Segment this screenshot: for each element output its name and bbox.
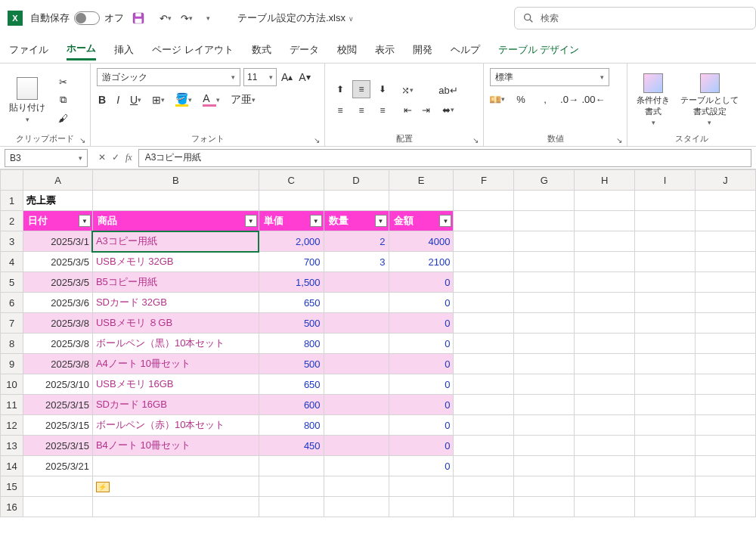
cell[interactable] xyxy=(575,313,635,334)
cell-qty[interactable]: 3 xyxy=(324,252,389,272)
fx-icon[interactable]: fx xyxy=(125,152,132,163)
search-box[interactable]: 検索 xyxy=(514,7,756,29)
filter-dropdown-icon[interactable]: ▼ xyxy=(310,215,322,227)
cell-qty[interactable] xyxy=(324,395,389,415)
cell[interactable] xyxy=(635,272,696,293)
cell-date[interactable]: 2025/3/15 xyxy=(23,436,92,456)
increase-decimal-icon[interactable]: .0→ xyxy=(562,92,576,106)
cell[interactable] xyxy=(259,497,324,517)
number-format-select[interactable]: 標準▾ xyxy=(490,68,609,86)
cell[interactable] xyxy=(696,374,756,395)
cell[interactable] xyxy=(259,191,324,211)
cell-qty[interactable] xyxy=(324,456,389,476)
cell[interactable] xyxy=(575,476,635,497)
cell-qty[interactable] xyxy=(324,313,389,334)
cell[interactable] xyxy=(696,313,756,334)
cell[interactable] xyxy=(454,456,514,476)
col-header-C[interactable]: C xyxy=(259,170,324,191)
cell[interactable] xyxy=(635,436,696,456)
cell[interactable] xyxy=(696,252,756,272)
cell[interactable] xyxy=(696,395,756,415)
dialog-launcher-icon[interactable]: ↘ xyxy=(616,136,622,144)
cell[interactable] xyxy=(575,354,635,374)
row-header-15[interactable]: 15 xyxy=(1,476,23,497)
underline-button[interactable]: U▾ xyxy=(129,92,143,107)
font-size-select[interactable]: 11▾ xyxy=(243,68,277,86)
cell[interactable] xyxy=(696,272,756,293)
cell[interactable] xyxy=(575,293,635,313)
row-header-7[interactable]: 7 xyxy=(1,313,23,334)
cell[interactable] xyxy=(454,334,514,354)
cell-date[interactable]: 2025/3/8 xyxy=(23,334,92,354)
cell[interactable] xyxy=(514,415,575,436)
cell[interactable] xyxy=(575,395,635,415)
col-header-A[interactable]: A xyxy=(23,170,92,191)
row-header-12[interactable]: 12 xyxy=(1,415,23,436)
filter-dropdown-icon[interactable]: ▼ xyxy=(439,215,451,227)
cell[interactable] xyxy=(454,354,514,374)
filter-dropdown-icon[interactable]: ▼ xyxy=(79,215,91,227)
cell[interactable]: ⚡ xyxy=(92,476,259,497)
filter-dropdown-icon[interactable]: ▼ xyxy=(245,215,257,227)
col-header-I[interactable]: I xyxy=(635,170,696,191)
cell[interactable] xyxy=(454,252,514,272)
table-header-0[interactable]: 日付▼ xyxy=(23,211,92,231)
menu-data[interactable]: データ xyxy=(290,40,319,60)
phonetic-button[interactable]: ア亜▾ xyxy=(229,92,257,108)
cell[interactable] xyxy=(514,293,575,313)
decrease-font-icon[interactable]: A▾ xyxy=(297,70,311,85)
toggle-switch-icon[interactable] xyxy=(74,11,100,25)
menu-file[interactable]: ファイル xyxy=(9,40,48,60)
cell-price[interactable]: 650 xyxy=(259,293,324,313)
font-color-button[interactable]: A▾ xyxy=(201,91,222,108)
filter-dropdown-icon[interactable]: ▼ xyxy=(375,215,387,227)
cell-item[interactable]: A3コピー用紙 xyxy=(92,231,259,252)
undo-icon[interactable]: ↶▾ xyxy=(159,11,172,25)
cell[interactable] xyxy=(575,231,635,252)
cell[interactable] xyxy=(575,272,635,293)
italic-button[interactable]: I xyxy=(115,92,121,107)
bold-button[interactable]: B xyxy=(97,92,107,107)
cell-qty[interactable] xyxy=(324,354,389,374)
row-header-6[interactable]: 6 xyxy=(1,293,23,313)
cell[interactable] xyxy=(696,354,756,374)
cell[interactable] xyxy=(575,415,635,436)
cell[interactable] xyxy=(514,436,575,456)
cell[interactable] xyxy=(635,191,696,211)
select-all-corner[interactable] xyxy=(1,170,23,191)
row-header-8[interactable]: 8 xyxy=(1,334,23,354)
cell-item[interactable]: SDカード 32GB xyxy=(92,293,259,313)
cell[interactable] xyxy=(696,293,756,313)
cell-amount[interactable]: 0 xyxy=(389,374,454,395)
menu-review[interactable]: 校閲 xyxy=(337,40,357,60)
cell[interactable] xyxy=(696,476,756,497)
cell[interactable] xyxy=(635,395,696,415)
orientation-icon[interactable]: ⤭▾ xyxy=(401,83,414,97)
cell-amount[interactable]: 0 xyxy=(389,272,454,293)
menu-home[interactable]: ホーム xyxy=(67,39,96,61)
cell[interactable] xyxy=(514,211,575,231)
conditional-format-button[interactable]: 条件付き 書式▾ xyxy=(634,73,673,126)
cell[interactable] xyxy=(635,313,696,334)
cell-price[interactable]: 800 xyxy=(259,415,324,436)
title-cell[interactable]: 売上票 xyxy=(23,191,92,211)
cell-item[interactable]: ボールペン（黒）10本セット xyxy=(92,334,259,354)
align-middle-icon[interactable]: ≡ xyxy=(352,80,370,98)
cell[interactable] xyxy=(696,415,756,436)
cell[interactable] xyxy=(454,476,514,497)
name-box[interactable]: B3▾ xyxy=(5,149,88,167)
cell-date[interactable]: 2025/3/15 xyxy=(23,395,92,415)
cell-amount[interactable]: 0 xyxy=(389,436,454,456)
accounting-format-icon[interactable]: 💴▾ xyxy=(490,92,503,106)
cell-price[interactable]: 1,500 xyxy=(259,272,324,293)
row-header-3[interactable]: 3 xyxy=(1,231,23,252)
cell[interactable] xyxy=(635,231,696,252)
cell[interactable] xyxy=(575,456,635,476)
cell[interactable] xyxy=(514,252,575,272)
copy-icon[interactable]: ⧉ xyxy=(56,93,70,107)
cell-item[interactable]: USBメモリ 32GB xyxy=(92,252,259,272)
cell[interactable] xyxy=(454,436,514,456)
cell[interactable] xyxy=(92,497,259,517)
increase-font-icon[interactable]: A▴ xyxy=(280,70,294,85)
table-header-1[interactable]: 商品▼ xyxy=(92,211,259,231)
